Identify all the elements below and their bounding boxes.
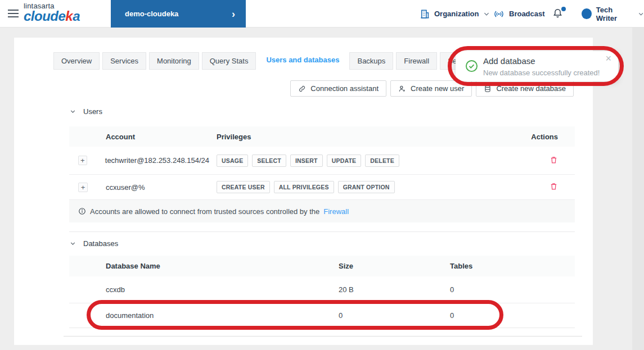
tab-firewall[interactable]: Firewall: [396, 52, 437, 70]
user-add-icon: [398, 85, 406, 93]
privilege-badge: DELETE: [365, 154, 399, 167]
privilege-badge: CREATE USER: [217, 181, 270, 193]
project-selector-button[interactable]: demo-cloudeka ›: [111, 0, 246, 28]
building-icon: [420, 9, 430, 19]
privilege-badge: UPDATE: [327, 154, 362, 167]
tab-overview[interactable]: Overview: [53, 52, 100, 70]
column-header-privileges: Privileges: [209, 133, 529, 141]
organization-label: Organization: [434, 10, 479, 18]
scrollbar-track[interactable]: [632, 28, 644, 350]
project-name: demo-cloudeka: [125, 10, 178, 18]
tab-services[interactable]: Services: [102, 52, 146, 70]
privilege-badge: INSERT: [290, 154, 323, 167]
plus-icon: +: [81, 183, 85, 192]
db-tables: 0: [443, 311, 575, 320]
toast-message: New database successfully created!: [483, 69, 600, 77]
info-icon: [78, 207, 86, 215]
connection-assistant-button[interactable]: Connection assistant: [290, 80, 386, 97]
privilege-badge: SELECT: [252, 154, 286, 167]
notification-dot: [561, 7, 566, 11]
tab-monitoring[interactable]: Monitoring: [149, 52, 199, 70]
brand-logo: lintasarta cloudeka: [24, 2, 80, 23]
trash-icon: [550, 156, 558, 164]
delete-user-button[interactable]: [550, 182, 558, 192]
firewall-note: Accounts are allowed to connect from tru…: [69, 200, 575, 222]
check-circle-icon: [465, 60, 478, 72]
avatar: [582, 8, 592, 19]
privilege-badge: USAGE: [217, 154, 248, 167]
expand-row-button[interactable]: +: [78, 183, 88, 192]
create-new-database-button[interactable]: Create new database: [476, 80, 574, 97]
user-name: Tech Writer: [596, 6, 633, 22]
users-table: Account Privileges Actions + techwriter@…: [69, 126, 575, 222]
table-row: documentation 0 0: [69, 303, 575, 328]
toast-title: Add database: [483, 56, 535, 66]
column-header-database-name: Database Name: [69, 262, 332, 270]
db-name: documentation: [69, 311, 332, 320]
section-title: Users: [83, 107, 102, 116]
broadcast-menu[interactable]: Broadcast: [493, 0, 545, 28]
privilege-badge: GRANT OPTION: [338, 181, 395, 193]
tab-bar: Overview Services Monitoring Query Stats…: [53, 51, 482, 70]
expand-row-button[interactable]: +: [78, 156, 87, 165]
logo-accent-letter: k: [65, 8, 73, 24]
app-window: lintasarta cloudeka demo-cloudeka › Orga…: [0, 0, 644, 350]
broadcast-label: Broadcast: [509, 10, 545, 18]
notification-bell[interactable]: [552, 0, 565, 28]
user-account: techwriter@182.253.248.154/24: [105, 156, 209, 165]
table-row: ccxdb 20 B 0: [69, 276, 575, 303]
users-table-header: Account Privileges Actions: [69, 126, 575, 147]
broadcast-icon: [493, 8, 505, 20]
delete-user-button[interactable]: [550, 156, 558, 166]
create-new-user-button[interactable]: Create new user: [390, 80, 472, 97]
tab-query-stats[interactable]: Query Stats: [202, 52, 256, 70]
table-row: + techwriter@182.253.248.154/24 USAGE SE…: [69, 147, 575, 175]
column-header-size: Size: [332, 262, 443, 270]
user-menu[interactable]: Tech Writer: [582, 0, 644, 28]
column-header-account: Account: [69, 133, 209, 141]
note-text: Accounts are allowed to connect from tru…: [90, 207, 319, 216]
content-card: Overview Services Monitoring Query Stats…: [14, 38, 593, 345]
db-size: 0: [332, 311, 443, 320]
db-tables: 0: [443, 285, 575, 294]
product-name: cloudeka: [24, 10, 80, 23]
chevron-right-icon: ›: [232, 9, 235, 19]
database-icon: [484, 85, 492, 93]
trash-icon: [550, 182, 558, 190]
table-row: + ccxuser@% CREATE USER ALL PRIVILEGES G…: [69, 175, 575, 200]
toast-success: Add database New database successfully c…: [456, 51, 618, 81]
section-divider: [64, 336, 582, 337]
organization-menu[interactable]: Organization: [420, 0, 490, 28]
users-section-header[interactable]: Users: [70, 107, 102, 116]
chevron-down-icon: [483, 11, 490, 17]
db-name: ccxdb: [69, 285, 332, 294]
tab-backups[interactable]: Backups: [349, 52, 393, 70]
column-header-tables: Tables: [443, 262, 575, 270]
firewall-link[interactable]: Firewall: [323, 207, 349, 216]
databases-section-header[interactable]: Databases: [70, 239, 118, 248]
link-icon: [298, 85, 306, 93]
databases-table: Database Name Size Tables ccxdb 20 B 0 d…: [69, 256, 575, 328]
privilege-badge: ALL PRIVILEGES: [274, 181, 334, 193]
actions-toolbar: Connection assistant Create new user Cre…: [290, 80, 574, 97]
user-account: ccxuser@%: [106, 183, 145, 192]
column-header-actions: Actions: [529, 133, 575, 141]
chevron-down-icon: [638, 11, 644, 17]
section-divider: [69, 231, 575, 232]
db-size: 20 B: [332, 285, 443, 294]
tab-users-and-databases[interactable]: Users and databases: [259, 51, 346, 70]
databases-table-header: Database Name Size Tables: [69, 256, 575, 276]
chevron-down-icon: [70, 240, 76, 247]
hamburger-menu-icon[interactable]: [8, 10, 19, 17]
plus-icon: +: [80, 156, 85, 165]
top-navbar: lintasarta cloudeka demo-cloudeka › Orga…: [0, 0, 644, 28]
section-title: Databases: [83, 239, 118, 248]
toast-close-button[interactable]: ×: [605, 53, 611, 63]
chevron-down-icon: [70, 108, 76, 115]
